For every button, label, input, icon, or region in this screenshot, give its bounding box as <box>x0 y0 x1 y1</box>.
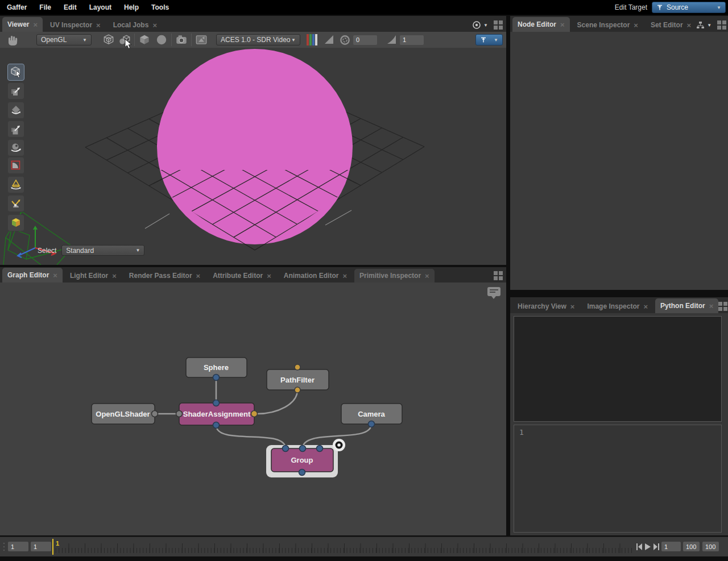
scene-view-icon[interactable] <box>195 33 208 47</box>
translate-tool-button[interactable] <box>7 82 24 99</box>
tab-set-editor[interactable]: Set Editor × <box>646 18 696 32</box>
menu-layout[interactable]: Layout <box>83 3 118 11</box>
pan-hand-icon[interactable] <box>6 32 20 47</box>
grip-handle[interactable] <box>2 542 6 551</box>
tab-uv-inspector[interactable]: UV Inspector × <box>45 18 106 32</box>
camera-view-icon[interactable] <box>175 33 188 47</box>
wireframe-cube-icon[interactable] <box>102 33 115 47</box>
tab-light-editor[interactable]: Light Editor × <box>65 269 122 282</box>
menu-help[interactable]: Help <box>118 3 145 11</box>
gamma-icon[interactable] <box>386 34 398 45</box>
annotation-icon[interactable] <box>487 287 500 299</box>
colorspace-dropdown[interactable]: ACES 1.0 - SDR Video ▼ <box>216 34 300 45</box>
solid-cube-icon[interactable] <box>138 33 151 47</box>
menu-gaffer[interactable]: Gaffer <box>0 3 33 11</box>
menu-edit[interactable]: Edit <box>57 3 83 11</box>
close-icon[interactable]: × <box>267 272 271 280</box>
skip-end-icon[interactable] <box>653 543 657 550</box>
menu-tools[interactable]: Tools <box>145 3 175 11</box>
menu-file[interactable]: File <box>33 3 57 11</box>
light-through-tool-button[interactable] <box>7 195 24 212</box>
plug-group-in0[interactable] <box>283 446 289 452</box>
plug-group-out[interactable] <box>299 469 305 476</box>
plug-shaderassignment-in[interactable] <box>213 400 220 406</box>
close-icon[interactable]: × <box>687 22 692 29</box>
close-icon[interactable]: × <box>33 21 38 28</box>
tab-image-inspector[interactable]: Image Inspector × <box>582 300 653 313</box>
plug-pathfilter-out[interactable] <box>295 387 300 393</box>
close-icon[interactable]: × <box>342 272 347 280</box>
tab-hierarchy-view[interactable]: Hierarchy View × <box>512 300 580 313</box>
transport-controls[interactable] <box>636 542 661 551</box>
edge-pathfilter-shaderassignment[interactable] <box>257 390 297 414</box>
plug-group-in2[interactable] <box>317 446 323 452</box>
close-icon[interactable]: × <box>560 21 565 28</box>
plug-openglshader-out[interactable] <box>152 411 158 417</box>
plug-shaderassignment-filter[interactable] <box>251 411 258 417</box>
close-icon[interactable]: × <box>634 22 638 29</box>
aperture-icon[interactable] <box>339 34 351 46</box>
range-end-input[interactable]: 100 <box>702 542 719 551</box>
render-preview-tool-button[interactable] <box>7 214 24 231</box>
close-icon[interactable]: × <box>643 303 648 310</box>
camera-tool-button[interactable] <box>7 139 24 156</box>
view-pin-dropdown[interactable]: ▼ <box>475 34 503 45</box>
play-icon[interactable] <box>645 543 651 550</box>
frame-input[interactable]: 1 <box>661 542 681 551</box>
exposure-icon[interactable] <box>324 34 335 45</box>
plug-shaderassignment-out[interactable] <box>213 422 220 429</box>
close-icon[interactable]: × <box>152 22 157 29</box>
tab-node-editor[interactable]: Node Editor × <box>512 17 570 32</box>
layout-menu-icon[interactable] <box>494 271 503 280</box>
snapshot-target-button[interactable]: ▼ <box>472 20 488 30</box>
gamma-input[interactable]: 1 <box>400 35 424 45</box>
plug-camera-out[interactable] <box>369 421 375 427</box>
edge-shaderassignment-group[interactable] <box>216 425 286 448</box>
layout-menu-icon[interactable] <box>718 302 727 311</box>
node-graph-canvas[interactable]: Sphere PathFilter OpenGLShader ShaderAss… <box>0 282 506 535</box>
tab-render-pass-editor[interactable]: Render Pass Editor × <box>124 269 205 282</box>
close-icon[interactable]: × <box>112 272 117 280</box>
current-frame-input[interactable]: 1 <box>31 542 51 551</box>
tab-python-editor[interactable]: Python Editor × <box>655 298 718 313</box>
plug-shaderassignment-shader[interactable] <box>176 411 183 417</box>
rotate-tool-button[interactable] <box>7 102 24 119</box>
viewer-viewport[interactable]: Select Standard ▼ <box>0 48 506 265</box>
rgb-channels-icon[interactable] <box>305 33 319 47</box>
tab-viewer[interactable]: Viewer × <box>2 17 43 32</box>
tab-primitive-inspector[interactable]: Primitive Inspector × <box>354 269 435 282</box>
solid-sphere-icon[interactable] <box>155 33 168 47</box>
end-frame-input[interactable]: 100 <box>683 542 700 551</box>
select-tool-button[interactable] <box>7 64 24 81</box>
plug-pathfilter-in[interactable] <box>295 364 300 370</box>
scale-tool-button[interactable] <box>7 120 24 138</box>
python-output-pane[interactable] <box>514 316 722 422</box>
layout-menu-icon[interactable] <box>717 20 726 30</box>
plug-sphere-out[interactable] <box>213 375 220 381</box>
close-icon[interactable]: × <box>709 302 714 310</box>
renderer-dropdown[interactable]: OpenGL ▼ <box>36 34 92 45</box>
plug-group-in1[interactable] <box>300 446 306 452</box>
playhead[interactable] <box>52 539 53 555</box>
timeline-ruler[interactable] <box>52 537 634 556</box>
light-tool-button[interactable] <box>7 176 24 193</box>
skip-start-icon[interactable] <box>638 543 642 550</box>
skip-end-icon[interactable] <box>658 543 659 550</box>
layout-menu-icon[interactable] <box>494 20 503 30</box>
node-menu-button[interactable]: ▼ <box>696 21 712 29</box>
tab-local-jobs[interactable]: Local Jobs × <box>108 18 162 32</box>
select-mode-dropdown[interactable]: Standard ▼ <box>61 245 144 256</box>
close-icon[interactable]: × <box>96 22 101 29</box>
close-icon[interactable]: × <box>425 272 429 280</box>
edit-target-dropdown[interactable]: Source ▼ <box>652 2 726 13</box>
start-frame-input[interactable]: 1 <box>8 542 28 551</box>
tab-graph-editor[interactable]: Graph Editor × <box>2 268 63 282</box>
close-icon[interactable]: × <box>196 272 201 280</box>
python-input-pane[interactable]: 1 <box>514 425 722 533</box>
skip-start-icon[interactable] <box>636 543 638 550</box>
tab-attribute-editor[interactable]: Attribute Editor × <box>208 269 276 282</box>
tab-animation-editor[interactable]: Animation Editor × <box>279 269 352 282</box>
close-icon[interactable]: × <box>53 272 57 279</box>
group-focus-ring[interactable] <box>333 439 345 451</box>
close-icon[interactable]: × <box>570 303 575 310</box>
